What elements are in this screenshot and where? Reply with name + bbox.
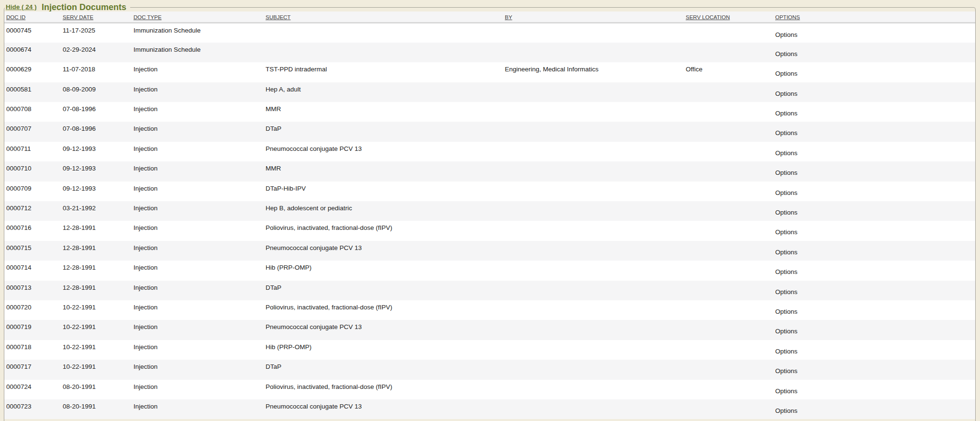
cell-options: Options (773, 182, 975, 201)
row-options-button[interactable]: Options (775, 387, 798, 395)
row-options-button[interactable]: Options (775, 129, 798, 137)
table-row: 0000719 10-22-1991 Injection Pneumococca… (4, 320, 975, 340)
cell-by (503, 161, 684, 181)
cell-subject: Hep A, adult (264, 82, 503, 102)
row-options-button[interactable]: Options (775, 169, 798, 176)
row-options-button[interactable]: Options (775, 228, 798, 236)
row-options-button[interactable]: Options (775, 308, 798, 315)
cell-subject: MMR (264, 102, 503, 122)
cell-options: Options (773, 102, 975, 122)
row-options-button[interactable]: Options (775, 90, 798, 97)
injection-documents-panel: Hide ( 24 ) Injection Documents DOC ID S… (4, 7, 976, 421)
cell-options: Options (773, 320, 975, 340)
cell-doc-type: Injection (132, 320, 264, 340)
cell-serv-location (684, 201, 773, 221)
cell-serv-location (684, 340, 773, 360)
cell-options: Options (773, 281, 975, 300)
table-header-row: DOC ID SERV DATE DOC TYPE SUBJECT BY SER… (4, 11, 975, 23)
cell-options: Options (773, 300, 975, 320)
table-row: 0000723 08-20-1991 Injection Pneumococca… (4, 399, 975, 419)
cell-by (503, 122, 684, 141)
cell-serv-date: 08-20-1991 (61, 399, 132, 419)
cell-options: Options (773, 360, 975, 379)
row-options-button[interactable]: Options (775, 70, 798, 77)
hide-toggle-link[interactable]: Hide ( 24 ) (6, 3, 37, 11)
cell-doc-type: Injection (132, 122, 264, 141)
row-options-button[interactable]: Options (775, 50, 798, 57)
cell-serv-date: 08-20-1991 (61, 380, 132, 399)
cell-subject (264, 23, 503, 43)
cell-subject: TST-PPD intradermal (264, 62, 503, 82)
column-header-by[interactable]: BY (505, 14, 512, 20)
cell-doc-id: 0000712 (4, 201, 61, 221)
cell-doc-id: 0000745 (4, 23, 61, 43)
row-options-button[interactable]: Options (775, 110, 798, 117)
table-row: 0000724 08-20-1991 Injection Poliovirus,… (4, 380, 975, 399)
row-options-button[interactable]: Options (775, 288, 798, 296)
column-header-serv-location[interactable]: SERV LOCATION (686, 14, 730, 20)
column-header-subject[interactable]: SUBJECT (266, 14, 290, 20)
cell-serv-location (684, 161, 773, 181)
cell-serv-date: 11-07-2018 (61, 62, 132, 82)
cell-doc-type: Injection (132, 261, 264, 280)
column-header-doc-type[interactable]: DOC TYPE (134, 14, 162, 20)
cell-serv-date: 09-12-1993 (61, 182, 132, 201)
cell-subject: DTaP-Hib-IPV (264, 182, 503, 201)
cell-doc-type: Injection (132, 380, 264, 399)
cell-options: Options (773, 23, 975, 43)
cell-serv-location (684, 261, 773, 280)
cell-doc-type: Injection (132, 399, 264, 419)
cell-serv-date: 10-22-1991 (61, 360, 132, 379)
cell-by (503, 399, 684, 419)
row-options-button[interactable]: Options (775, 149, 798, 157)
cell-doc-id: 0000707 (4, 122, 61, 141)
row-options-button[interactable]: Options (775, 367, 798, 375)
cell-subject: Pneumococcal conjugate PCV 13 (264, 142, 503, 161)
row-options-button[interactable]: Options (775, 407, 798, 414)
table-row: 0000674 02-29-2024 Immunization Schedule… (4, 43, 975, 62)
cell-serv-date: 09-12-1993 (61, 142, 132, 161)
cell-subject: Poliovirus, inactivated, fractional-dose… (264, 221, 503, 240)
table-row: 0000709 09-12-1993 Injection DTaP-Hib-IP… (4, 182, 975, 201)
cell-doc-id: 0000708 (4, 102, 61, 122)
cell-serv-location (684, 23, 773, 43)
cell-by (503, 281, 684, 300)
table-row: 0000718 10-22-1991 Injection Hib (PRP-OM… (4, 340, 975, 360)
cell-by (503, 201, 684, 221)
cell-by (503, 241, 684, 261)
cell-serv-location: Office (684, 62, 773, 82)
cell-subject: DTaP (264, 122, 503, 141)
row-options-button[interactable]: Options (775, 249, 798, 256)
column-header-options[interactable]: OPTIONS (775, 14, 800, 20)
row-options-button[interactable]: Options (775, 268, 798, 275)
row-options-button[interactable]: Options (775, 348, 798, 355)
column-header-doc-id[interactable]: DOC ID (6, 14, 25, 20)
cell-subject: MMR (264, 161, 503, 181)
table-row: 0000629 11-07-2018 Injection TST-PPD int… (4, 62, 975, 82)
cell-by (503, 102, 684, 122)
cell-options: Options (773, 221, 975, 240)
cell-doc-type: Injection (132, 241, 264, 261)
cell-by (503, 142, 684, 161)
cell-subject: Poliovirus, inactivated, fractional-dose… (264, 300, 503, 320)
cell-options: Options (773, 261, 975, 280)
row-options-button[interactable]: Options (775, 31, 798, 38)
column-header-serv-date[interactable]: SERV DATE (63, 14, 93, 20)
cell-doc-id: 0000717 (4, 360, 61, 379)
table-row: 0000710 09-12-1993 Injection MMR Options (4, 161, 975, 181)
cell-options: Options (773, 122, 975, 141)
row-options-button[interactable]: Options (775, 328, 798, 335)
cell-by (503, 320, 684, 340)
row-options-button[interactable]: Options (775, 209, 798, 216)
table-row: 0000716 12-28-1991 Injection Poliovirus,… (4, 221, 975, 240)
cell-doc-id: 0000629 (4, 62, 61, 82)
row-options-button[interactable]: Options (775, 189, 798, 196)
cell-by (503, 360, 684, 379)
cell-serv-date: 12-28-1991 (61, 281, 132, 300)
table-row: 0000581 08-09-2009 Injection Hep A, adul… (4, 82, 975, 102)
cell-doc-id: 0000711 (4, 142, 61, 161)
cell-serv-location (684, 399, 773, 419)
cell-serv-date: 07-08-1996 (61, 102, 132, 122)
cell-by (503, 82, 684, 102)
cell-doc-id: 0000709 (4, 182, 61, 201)
